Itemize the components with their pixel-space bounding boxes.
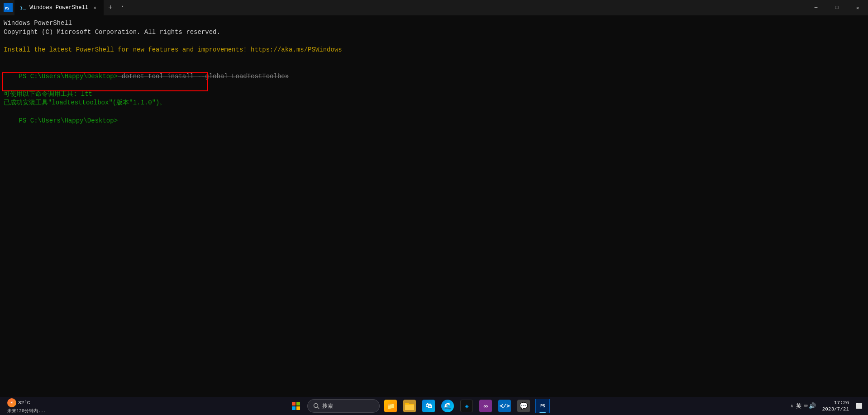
taskbar-devtools-button[interactable]: ◈: [458, 398, 475, 414]
taskbar-store-button[interactable]: 🛍: [420, 398, 437, 414]
taskbar-vscode-button[interactable]: ≺/≻: [496, 398, 513, 414]
maximize-button[interactable]: □: [826, 0, 847, 15]
svg-line-6: [318, 407, 320, 409]
weather-temp: ☀ 32°C: [7, 398, 30, 407]
clock-widget[interactable]: 17:26 2023/7/21: [820, 399, 852, 414]
terminal-output[interactable]: Windows PowerShell Copyright (C) Microso…: [0, 15, 868, 397]
taskbar: ☀ 32°C 未来120分钟内... 搜索 📁: [0, 397, 868, 415]
files-icon: 📁: [384, 400, 397, 412]
add-tab-button[interactable]: +: [104, 1, 117, 14]
titlebar-app-icon: PS: [4, 3, 13, 12]
tab-dropdown-button[interactable]: ˅: [117, 2, 128, 13]
notification-icon: ⬜: [856, 403, 863, 410]
terminal-line-4: Install the latest PowerShell for new fe…: [4, 46, 864, 55]
terminal-line-3: [4, 37, 864, 46]
powershell-icon: PS: [535, 399, 550, 413]
clock-time: 17:26: [834, 400, 849, 406]
start-button[interactable]: [287, 397, 305, 415]
window-controls: ─ □ ✕: [806, 0, 868, 15]
taskbar-center: 搜索 📁 🛍 🌊: [52, 397, 787, 415]
keyboard-icon: ⌨: [804, 402, 808, 410]
tab-title: Windows PowerShell: [29, 5, 88, 11]
search-label: 搜索: [322, 402, 333, 410]
close-button[interactable]: ✕: [847, 0, 868, 15]
temperature-label: 32°C: [18, 400, 30, 406]
taskbar-teams-button[interactable]: 💬: [515, 398, 532, 414]
svg-text:PS: PS: [5, 6, 10, 10]
svg-rect-3: [292, 406, 296, 410]
svg-rect-1: [292, 402, 296, 406]
taskbar-powershell-button[interactable]: PS: [534, 398, 551, 414]
devtools-icon: ◈: [460, 400, 473, 412]
taskbar-right: ∧ 英 ⌨ 🔊 17:26 2023/7/21 ⬜: [789, 397, 864, 415]
titlebar: PS ❯_ Windows PowerShell ✕ + ˅ ─ □ ✕: [0, 0, 868, 15]
notification-button[interactable]: ⬜: [854, 397, 864, 415]
clock-date: 2023/7/21: [822, 406, 849, 412]
titlebar-tab[interactable]: ❯_ Windows PowerShell ✕: [14, 0, 104, 15]
lang-button[interactable]: 英: [794, 401, 803, 411]
store-icon: 🛍: [422, 400, 435, 412]
vscode-icon: ≺/≻: [498, 400, 511, 412]
prompt-ps: PS C:\Users\Happy\Desktop>: [19, 73, 118, 80]
taskbar-edge-button[interactable]: 🌊: [439, 398, 456, 414]
weather-widget[interactable]: ☀ 32°C 未来120分钟内...: [4, 397, 50, 415]
prompt-ps-2: PS C:\Users\Happy\Desktop>: [19, 117, 118, 124]
terminal-cmd: dotnet tool install --global LoadTestToo…: [118, 73, 289, 80]
volume-icon[interactable]: 🔊: [809, 402, 816, 410]
terminal-line-1: Windows PowerShell: [4, 19, 864, 28]
terminal-line-9: PS C:\Users\Happy\Desktop>: [4, 108, 864, 134]
terminal-line-5: [4, 54, 864, 63]
tray-chevron[interactable]: ∧: [791, 403, 793, 409]
terminal-line-8: 已成功安装工具"loadtesttoolbox"(版本"1.1.0")。: [4, 99, 864, 108]
teams-icon: 💬: [517, 400, 530, 412]
terminal-line-2: Copyright (C) Microsoft Corporation. All…: [4, 28, 864, 37]
search-bar[interactable]: 搜索: [307, 399, 380, 413]
active-indicator: [539, 412, 546, 413]
taskbar-files-button[interactable]: 📁: [382, 398, 399, 414]
weather-icon: ☀: [7, 398, 16, 407]
terminal-line-6: PS C:\Users\Happy\Desktop> dotnet tool i…: [4, 63, 864, 90]
svg-rect-4: [296, 406, 300, 410]
visualstudio-icon: ∞: [479, 400, 492, 412]
search-icon: [313, 403, 320, 409]
weather-desc: 未来120分钟内...: [7, 408, 46, 414]
taskbar-left: ☀ 32°C 未来120分钟内...: [4, 397, 50, 415]
svg-rect-2: [296, 402, 300, 406]
terminal-line-7: 可使用以下命令调用工具: ltt: [4, 90, 864, 99]
system-tray[interactable]: ∧ 英 ⌨ 🔊: [789, 401, 818, 412]
tab-powershell-icon: ❯_: [20, 5, 26, 11]
taskbar-visualstudio-button[interactable]: ∞: [477, 398, 494, 414]
minimize-button[interactable]: ─: [806, 0, 826, 15]
taskbar-folder-button[interactable]: [401, 398, 418, 414]
tab-close-button[interactable]: ✕: [92, 5, 98, 11]
edge-icon: 🌊: [441, 400, 454, 412]
svg-point-5: [314, 404, 318, 408]
folder-icon: [403, 400, 416, 412]
